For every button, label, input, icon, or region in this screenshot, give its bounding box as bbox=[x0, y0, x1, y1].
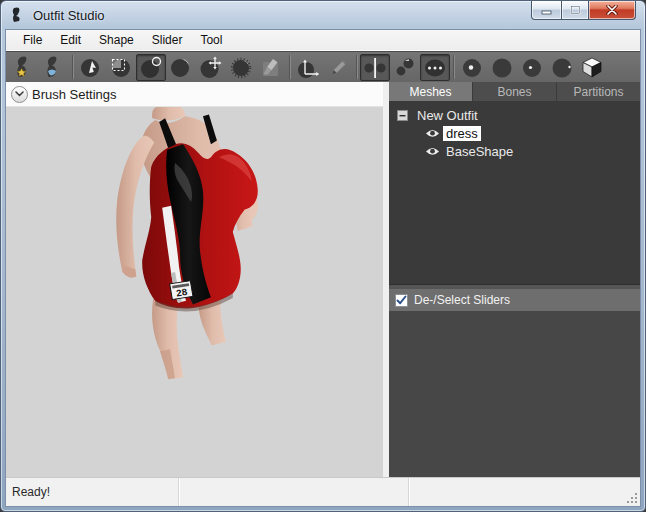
brush-falloff-edge-button[interactable] bbox=[547, 54, 577, 81]
paint-brush-icon bbox=[259, 55, 283, 79]
status-field-3 bbox=[409, 478, 640, 506]
status-message: Ready! bbox=[6, 478, 179, 506]
tree-item-dress[interactable]: dress bbox=[397, 124, 640, 142]
checkmark-icon bbox=[396, 295, 407, 305]
restore-button[interactable] bbox=[561, 1, 589, 20]
close-icon bbox=[606, 5, 618, 15]
inflate-brush-button[interactable] bbox=[136, 54, 166, 81]
brush-falloff-none-icon bbox=[490, 55, 514, 79]
tree-root-label: New Outfit bbox=[414, 108, 481, 123]
app-icon bbox=[10, 7, 26, 23]
brush-falloff-none-button[interactable] bbox=[487, 54, 517, 81]
deflate-brush-icon bbox=[169, 55, 193, 79]
connected-vertices-button[interactable] bbox=[390, 54, 420, 81]
inflate-brush-icon bbox=[139, 55, 163, 79]
deflate-brush-button[interactable] bbox=[166, 54, 196, 81]
minimize-icon bbox=[541, 6, 552, 15]
outfit-studio-window: Outfit Studio File Edit Shape Sl bbox=[0, 0, 646, 512]
window-title: Outfit Studio bbox=[33, 8, 105, 23]
menubar: File Edit Shape Slider Tool bbox=[6, 30, 640, 51]
menu-shape[interactable]: Shape bbox=[90, 31, 143, 49]
mesh-tree: New Outfit dress Bas bbox=[389, 101, 640, 284]
tree-item-baseshape[interactable]: BaseShape bbox=[397, 142, 640, 160]
load-project-button[interactable] bbox=[9, 54, 39, 81]
minimize-button[interactable] bbox=[531, 1, 561, 20]
select-tool-icon bbox=[79, 55, 103, 79]
tree-item-label[interactable]: dress bbox=[443, 126, 481, 141]
collapse-minus-icon[interactable] bbox=[397, 110, 408, 121]
x-mirror-toggle-icon bbox=[363, 55, 387, 79]
toolbar-separator bbox=[356, 55, 357, 79]
menu-file[interactable]: File bbox=[14, 31, 51, 49]
toolbar bbox=[6, 51, 640, 82]
right-panel: Meshes Bones Partitions New Outfit bbox=[389, 82, 640, 477]
close-button[interactable] bbox=[589, 1, 636, 20]
global-brush-toggle-icon bbox=[423, 55, 447, 79]
smooth-brush-icon bbox=[229, 55, 253, 79]
window-controls bbox=[531, 1, 636, 20]
select-tool-button[interactable] bbox=[76, 54, 106, 81]
mask-brush-icon bbox=[109, 55, 133, 79]
transform-tool-button[interactable] bbox=[293, 54, 323, 81]
load-reference-icon bbox=[42, 55, 66, 79]
load-reference-button[interactable] bbox=[39, 54, 69, 81]
move-brush-icon bbox=[199, 55, 223, 79]
transform-tool-icon bbox=[296, 55, 320, 79]
model-number-patch: 28 bbox=[170, 281, 193, 300]
brush-falloff-edge-icon bbox=[550, 55, 574, 79]
status-text: Ready! bbox=[12, 485, 50, 499]
slider-list[interactable] bbox=[389, 311, 640, 477]
main-content: Brush Settings bbox=[6, 82, 640, 477]
menu-tool[interactable]: Tool bbox=[191, 31, 231, 49]
global-brush-toggle-button[interactable] bbox=[420, 54, 450, 81]
pencil-tool-icon bbox=[326, 55, 350, 79]
tab-partitions[interactable]: Partitions bbox=[557, 82, 640, 101]
slider-header: De-/Select Sliders bbox=[389, 289, 640, 311]
menu-edit[interactable]: Edit bbox=[51, 31, 90, 49]
mesh-tabs: Meshes Bones Partitions bbox=[389, 82, 640, 101]
status-field-2 bbox=[179, 478, 409, 506]
visibility-eye-icon[interactable] bbox=[425, 145, 440, 157]
client-area: File Edit Shape Slider Tool bbox=[5, 29, 641, 507]
visibility-eye-icon[interactable] bbox=[425, 127, 440, 139]
left-panel: Brush Settings bbox=[6, 82, 383, 477]
statusbar: Ready! bbox=[6, 477, 640, 506]
brush-settings-collapse-button[interactable] bbox=[11, 86, 28, 103]
move-brush-button[interactable] bbox=[196, 54, 226, 81]
toolbar-separator bbox=[72, 55, 73, 79]
brush-falloff-small-icon bbox=[520, 55, 544, 79]
toolbar-separator bbox=[453, 55, 454, 79]
brush-settings-header: Brush Settings bbox=[6, 82, 383, 107]
toggle-textures-button[interactable] bbox=[577, 54, 607, 81]
tab-bones[interactable]: Bones bbox=[473, 82, 557, 101]
tree-item-label[interactable]: BaseShape bbox=[443, 144, 516, 159]
mask-brush-button[interactable] bbox=[106, 54, 136, 81]
viewport-3d[interactable]: 28 bbox=[6, 107, 383, 477]
tab-meshes[interactable]: Meshes bbox=[389, 82, 473, 101]
brush-settings-label: Brush Settings bbox=[32, 87, 117, 102]
tree-root-row[interactable]: New Outfit bbox=[397, 106, 640, 124]
brush-falloff-center-icon bbox=[460, 55, 484, 79]
slider-header-label: De-/Select Sliders bbox=[414, 293, 510, 307]
resize-grip[interactable] bbox=[626, 492, 638, 504]
toolbar-separator bbox=[289, 55, 290, 79]
brush-falloff-center-button[interactable] bbox=[457, 54, 487, 81]
deselect-sliders-checkbox[interactable] bbox=[395, 294, 408, 307]
restore-icon bbox=[570, 5, 581, 15]
connected-vertices-icon bbox=[393, 55, 417, 79]
smooth-brush-button[interactable] bbox=[226, 54, 256, 81]
x-mirror-toggle-button[interactable] bbox=[360, 54, 390, 81]
toggle-textures-icon bbox=[580, 55, 604, 79]
pencil-tool-button[interactable] bbox=[323, 54, 353, 81]
paint-brush-button[interactable] bbox=[256, 54, 286, 81]
model-render: 28 bbox=[6, 107, 383, 477]
menu-slider[interactable]: Slider bbox=[143, 31, 192, 49]
chevron-down-icon bbox=[15, 91, 24, 97]
load-project-icon bbox=[12, 55, 36, 79]
brush-falloff-small-button[interactable] bbox=[517, 54, 547, 81]
